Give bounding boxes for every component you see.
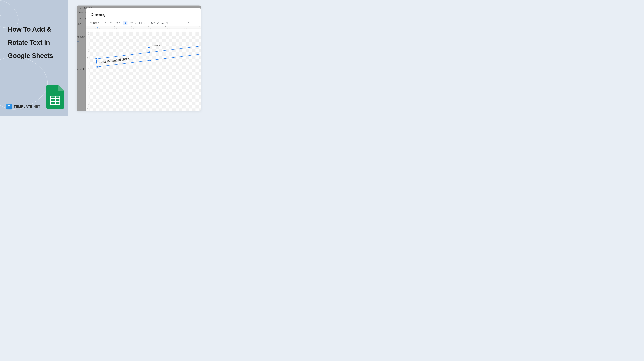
line-icon [128,22,131,24]
redo-button[interactable] [108,21,112,25]
border-color-icon [156,22,159,24]
template-logo-text: TEMPLATE.NET [14,105,40,108]
border-dash-icon [166,22,168,24]
separator [192,21,192,24]
line-tool[interactable] [128,21,133,25]
svg-rect-11 [144,22,146,24]
zoom-icon [116,22,118,24]
svg-point-7 [135,22,136,23]
google-sheets-logo-icon [46,85,64,109]
select-icon [124,22,127,24]
left-info-panel: How To Add & Rotate Text In Google Sheet… [0,0,68,116]
svg-text:T: T [140,22,141,23]
resize-handle-ml[interactable] [96,62,98,64]
resize-handle-bl[interactable] [96,66,98,68]
fill-icon [151,22,153,24]
drawing-dialog: Drawing Actions [86,8,201,111]
resize-handle-mb[interactable] [150,60,151,61]
border-dash-button[interactable] [165,21,169,25]
textbox-icon: T [139,22,142,24]
separator [114,21,114,24]
template-logo-icon: T [6,104,12,109]
more-options-button[interactable] [186,21,191,25]
actions-menu[interactable]: Actions [89,21,100,25]
undo-icon [104,22,107,24]
drawing-title: Drawing [90,12,196,17]
svg-point-4 [116,22,118,23]
collapse-button[interactable] [194,21,198,25]
fill-color-button[interactable] [150,21,155,25]
screenshot-panel: ☆ Format % .0 une et She k of J [76,5,201,111]
border-weight-button[interactable] [160,21,164,25]
image-tool[interactable] [143,21,147,25]
horizontal-ruler: ▼ 1 2 3 4 5 6 [86,26,201,29]
svg-line-5 [118,23,118,23]
drawing-toolbar: Actions [86,20,201,26]
svg-rect-8 [136,23,137,24]
separator [148,21,149,24]
drawing-canvas[interactable]: 357.4° First Week of June [86,32,201,111]
separator [122,21,122,24]
drawing-header: Drawing [86,8,201,20]
title-line-1: How To Add & [8,25,51,33]
select-tool[interactable] [123,21,128,25]
resize-handle-tl[interactable] [95,58,97,59]
shape-icon [134,22,137,24]
separator [102,21,102,24]
shape-tool[interactable] [134,21,138,25]
undo-button[interactable] [104,21,108,25]
border-color-button[interactable] [156,21,160,25]
image-icon [144,22,146,24]
resize-handle-mt[interactable] [149,51,150,53]
rotation-angle-label: 357.4° [154,44,161,47]
page-title: How To Add & Rotate Text In Google Sheet… [8,23,53,62]
collapse-icon [194,22,197,24]
textbox-tool[interactable]: T [138,21,142,25]
title-line-3: Google Sheets [8,52,53,59]
zoom-button[interactable] [115,21,120,25]
rotate-handle[interactable] [148,47,150,48]
template-net-logo: T TEMPLATE.NET [6,104,40,109]
vertical-ruler: 1 2 3 4 [86,32,89,111]
redo-icon [109,22,112,24]
svg-line-6 [129,22,131,24]
border-weight-icon [161,22,164,24]
title-line-2: Rotate Text In [8,39,50,46]
